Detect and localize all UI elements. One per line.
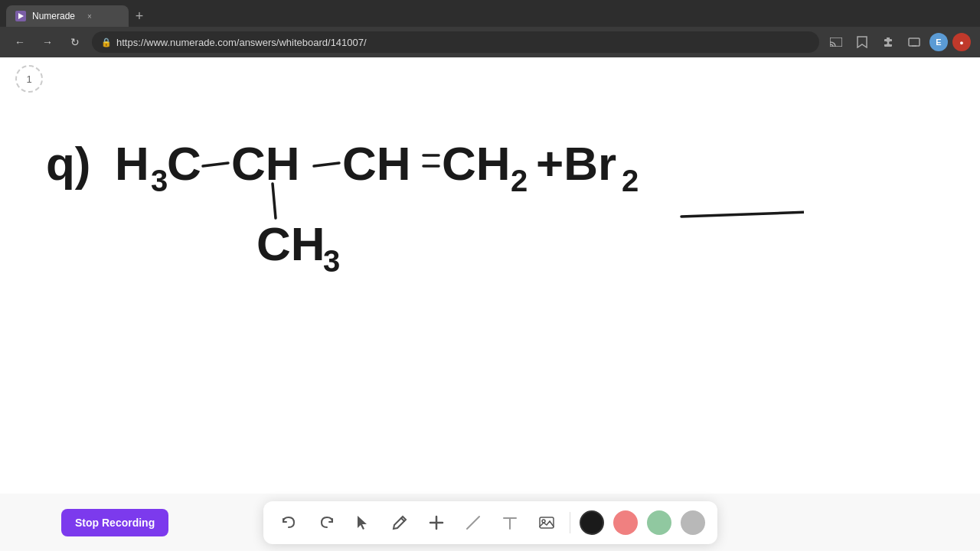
profile-red-button[interactable]: ●: [952, 33, 971, 51]
stop-recording-button[interactable]: Stop Recording: [61, 509, 168, 536]
reload-button[interactable]: ↻: [64, 31, 86, 53]
toolbar-divider: [570, 512, 570, 533]
forward-button[interactable]: →: [37, 31, 58, 53]
tab-favicon: [15, 11, 26, 21]
svg-text:CH: CH: [256, 217, 325, 270]
svg-text:3: 3: [151, 164, 168, 197]
svg-text:●: ●: [959, 39, 963, 47]
redo-button[interactable]: [312, 509, 340, 536]
extensions-button[interactable]: [877, 31, 899, 53]
svg-line-23: [681, 212, 804, 217]
add-tool-button[interactable]: [423, 509, 450, 536]
whiteboard[interactable]: 1 q) H 3 C: [0, 57, 980, 551]
cursor-tool-button[interactable]: [349, 509, 377, 536]
svg-text:H: H: [115, 137, 149, 190]
address-bar[interactable]: 🔒 https://www.numerade.com/answers/white…: [92, 31, 819, 53]
active-tab[interactable]: Numerade ×: [6, 5, 129, 27]
svg-line-12: [314, 163, 339, 166]
text-tool-button[interactable]: [496, 509, 524, 536]
svg-text:3: 3: [323, 244, 340, 278]
cast-button[interactable]: [825, 31, 847, 53]
new-tab-button[interactable]: +: [129, 5, 150, 27]
browser-titlebar: Numerade × +: [0, 0, 980, 27]
svg-text:+Br: +Br: [536, 137, 616, 190]
image-tool-button[interactable]: [533, 509, 560, 536]
svg-text:q): q): [46, 137, 91, 190]
tool-palette: [263, 501, 717, 544]
black-color-swatch[interactable]: [580, 510, 604, 535]
chemical-equation: q) H 3 C CH CH: [38, 103, 804, 348]
svg-text:CH: CH: [442, 137, 511, 190]
bottom-toolbar: Stop Recording: [0, 494, 980, 551]
page-number: 1: [26, 73, 31, 85]
browser-toolbar: ← → ↻ 🔒 https://www.numerade.com/answers…: [0, 27, 980, 57]
page-indicator: 1: [15, 65, 43, 93]
page-content: 1 q) H 3 C: [0, 57, 980, 551]
mint-color-swatch[interactable]: [647, 510, 671, 535]
equation-svg: q) H 3 C CH CH: [38, 103, 804, 348]
svg-text:CH: CH: [342, 137, 411, 190]
toolbar-actions: E ●: [825, 31, 971, 53]
tab-bar: Numerade × +: [6, 0, 974, 27]
svg-text:C: C: [167, 137, 201, 190]
tab-close-btn[interactable]: ×: [84, 11, 95, 21]
url-text: https://www.numerade.com/answers/whitebo…: [116, 37, 367, 48]
back-button[interactable]: ←: [9, 31, 31, 53]
screen-button[interactable]: [903, 31, 925, 53]
bookmark-button[interactable]: [851, 31, 873, 53]
gray-color-swatch[interactable]: [681, 510, 705, 535]
profile-e-button[interactable]: E: [929, 33, 948, 51]
svg-marker-0: [18, 13, 24, 19]
undo-button[interactable]: [276, 509, 303, 536]
line-tool-button[interactable]: [459, 509, 487, 536]
svg-text:2: 2: [511, 164, 528, 197]
lock-icon: 🔒: [101, 37, 112, 47]
svg-line-10: [203, 163, 228, 166]
browser-frame: Numerade × + ← → ↻ 🔒 https://www.numerad…: [0, 0, 980, 551]
svg-text:CH: CH: [231, 137, 300, 190]
tab-label: Numerade: [32, 11, 75, 21]
svg-rect-2: [909, 38, 920, 46]
svg-line-28: [467, 517, 479, 529]
svg-text:2: 2: [622, 164, 639, 197]
pen-tool-button[interactable]: [386, 509, 413, 536]
pink-color-swatch[interactable]: [613, 510, 638, 535]
